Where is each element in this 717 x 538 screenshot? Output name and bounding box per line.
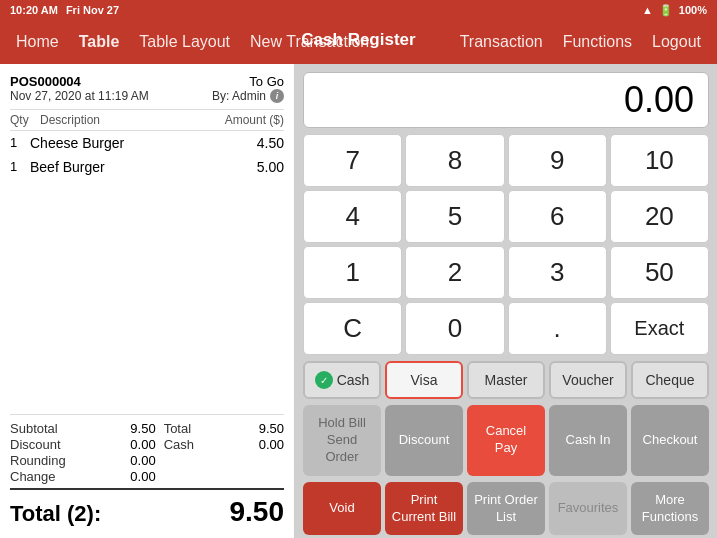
item-desc-1: Cheese Burger bbox=[30, 135, 244, 151]
numpad-20[interactable]: 20 bbox=[610, 190, 709, 243]
numpad-5[interactable]: 5 bbox=[405, 190, 504, 243]
cash-right-value: 0.00 bbox=[230, 437, 284, 452]
nav-table[interactable]: Table bbox=[79, 33, 120, 51]
discount-value: 0.00 bbox=[102, 437, 156, 452]
wifi-icon: ▲ bbox=[642, 4, 653, 16]
total-right-label: Total bbox=[164, 421, 223, 436]
item-price-2: 5.00 bbox=[244, 159, 284, 175]
receipt-totals: Subtotal 9.50 Total 9.50 Discount 0.00 C… bbox=[10, 414, 284, 528]
rounding-label: Rounding bbox=[10, 453, 94, 468]
more-functions-button[interactable]: More Functions bbox=[631, 482, 709, 536]
subtotal-label: Subtotal bbox=[10, 421, 94, 436]
print-current-bill-button[interactable]: Print Current Bill bbox=[385, 482, 463, 536]
numpad: 7 8 9 10 4 5 6 20 1 2 3 50 C 0 . Exact bbox=[303, 134, 709, 355]
discount-button[interactable]: Discount bbox=[385, 405, 463, 476]
numpad-4[interactable]: 4 bbox=[303, 190, 402, 243]
right-panel: 0.00 7 8 9 10 4 5 6 20 1 2 3 50 C 0 . Ex… bbox=[295, 64, 717, 538]
status-time: 10:20 AM bbox=[10, 4, 58, 16]
receipt-date: Nov 27, 2020 at 11:19 AM bbox=[10, 89, 149, 103]
total-bar: Total (2): 9.50 bbox=[10, 488, 284, 528]
numpad-50[interactable]: 50 bbox=[610, 246, 709, 299]
numpad-dot[interactable]: . bbox=[508, 302, 607, 355]
item-price-1: 4.50 bbox=[244, 135, 284, 151]
col-qty-header: Qty bbox=[10, 113, 40, 127]
item-desc-2: Beef Burger bbox=[30, 159, 244, 175]
payment-methods: ✓ Cash Visa Master Voucher Cheque bbox=[303, 361, 709, 399]
nav-table-layout[interactable]: Table Layout bbox=[139, 33, 230, 51]
total-right-value: 9.50 bbox=[230, 421, 284, 436]
check-icon: ✓ bbox=[315, 371, 333, 389]
total-count-label: Total (2): bbox=[10, 501, 101, 527]
item-qty-2: 1 bbox=[10, 159, 30, 174]
nav-logout[interactable]: Logout bbox=[652, 33, 701, 51]
action-row-2: Void Print Current Bill Print Order List… bbox=[303, 482, 709, 536]
receipt-panel: POS000004 To Go Nov 27, 2020 at 11:19 AM… bbox=[0, 64, 295, 538]
print-order-list-button[interactable]: Print Order List bbox=[467, 482, 545, 536]
nav-home[interactable]: Home bbox=[16, 33, 59, 51]
battery-icon: 🔋 bbox=[659, 4, 673, 17]
numpad-exact[interactable]: Exact bbox=[610, 302, 709, 355]
payment-master[interactable]: Master bbox=[467, 361, 545, 399]
numpad-3[interactable]: 3 bbox=[508, 246, 607, 299]
nav-title: Cash Register bbox=[301, 30, 415, 50]
receipt-header: POS000004 To Go Nov 27, 2020 at 11:19 AM… bbox=[10, 74, 284, 103]
numpad-0[interactable]: 0 bbox=[405, 302, 504, 355]
numpad-1[interactable]: 1 bbox=[303, 246, 402, 299]
void-button[interactable]: Void bbox=[303, 482, 381, 536]
numpad-6[interactable]: 6 bbox=[508, 190, 607, 243]
receipt-admin: By: Admin i bbox=[212, 89, 284, 103]
numpad-2[interactable]: 2 bbox=[405, 246, 504, 299]
payment-cheque[interactable]: Cheque bbox=[631, 361, 709, 399]
discount-label: Discount bbox=[10, 437, 94, 452]
item-qty-1: 1 bbox=[10, 135, 30, 150]
cash-in-button[interactable]: Cash In bbox=[549, 405, 627, 476]
numpad-10[interactable]: 10 bbox=[610, 134, 709, 187]
col-amount-header: Amount ($) bbox=[225, 113, 284, 127]
payment-visa[interactable]: Visa bbox=[385, 361, 463, 399]
receipt-col-header: Qty Description Amount ($) bbox=[10, 109, 284, 131]
status-day: Fri Nov 27 bbox=[66, 4, 119, 16]
rounding-value: 0.00 bbox=[102, 453, 156, 468]
cancel-pay-button[interactable]: Cancel Pay bbox=[467, 405, 545, 476]
numpad-7[interactable]: 7 bbox=[303, 134, 402, 187]
cash-right-label: Cash bbox=[164, 437, 223, 452]
main-content: POS000004 To Go Nov 27, 2020 at 11:19 AM… bbox=[0, 64, 717, 538]
receipt-items: 1 Cheese Burger 4.50 1 Beef Burger 5.00 bbox=[10, 135, 284, 414]
favourites-button[interactable]: Favourites bbox=[549, 482, 627, 536]
checkout-button[interactable]: Checkout bbox=[631, 405, 709, 476]
receipt-item-1: 1 Cheese Burger 4.50 bbox=[10, 135, 284, 151]
action-row-1: Hold BillSend Order Discount Cancel Pay … bbox=[303, 405, 709, 476]
col-desc-header: Description bbox=[40, 113, 225, 127]
numpad-9[interactable]: 9 bbox=[508, 134, 607, 187]
info-icon[interactable]: i bbox=[270, 89, 284, 103]
nav-transaction[interactable]: Transaction bbox=[460, 33, 543, 51]
numpad-clear[interactable]: C bbox=[303, 302, 402, 355]
payment-voucher[interactable]: Voucher bbox=[549, 361, 627, 399]
numpad-8[interactable]: 8 bbox=[405, 134, 504, 187]
subtotal-value: 9.50 bbox=[102, 421, 156, 436]
battery-level: 100% bbox=[679, 4, 707, 16]
total-amount: 9.50 bbox=[230, 496, 285, 528]
status-bar: 10:20 AM Fri Nov 27 ▲ 🔋 100% bbox=[0, 0, 717, 20]
nav-bar: Home Table Table Layout New Transaction … bbox=[0, 20, 717, 64]
payment-cash[interactable]: ✓ Cash bbox=[303, 361, 381, 399]
change-value: 0.00 bbox=[102, 469, 156, 484]
to-go-label: To Go bbox=[249, 74, 284, 89]
change-label: Change bbox=[10, 469, 94, 484]
pos-number: POS000004 bbox=[10, 74, 81, 89]
receipt-item-2: 1 Beef Burger 5.00 bbox=[10, 159, 284, 175]
numpad-display: 0.00 bbox=[303, 72, 709, 128]
nav-functions[interactable]: Functions bbox=[563, 33, 632, 51]
hold-bill-button[interactable]: Hold BillSend Order bbox=[303, 405, 381, 476]
